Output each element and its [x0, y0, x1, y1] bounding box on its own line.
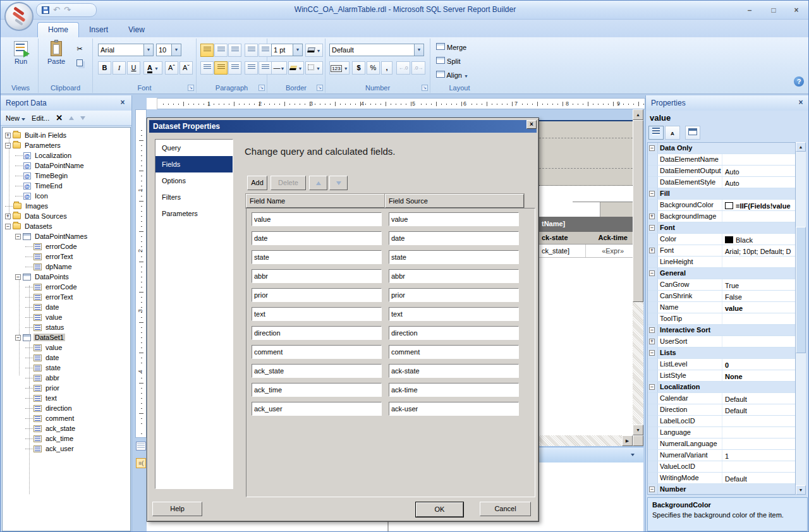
- border-line-color-button[interactable]: ▼: [288, 61, 304, 75]
- font-dialog-launcher[interactable]: ↘: [188, 85, 194, 91]
- tree-item-datapointnames[interactable]: −DataPointNames: [15, 231, 88, 241]
- chevron-down-icon[interactable]: ▼: [171, 44, 181, 56]
- property-row-labellocid[interactable]: LabelLocID: [648, 416, 795, 427]
- tab-view[interactable]: View: [118, 23, 155, 38]
- split-button[interactable]: Split: [435, 55, 484, 68]
- ok-button[interactable]: OK: [415, 502, 464, 517]
- tree-item-timeend[interactable]: @TimeEnd: [15, 181, 64, 191]
- tree-item-dpname[interactable]: dpName: [25, 262, 73, 272]
- property-category-fill[interactable]: −Fill: [648, 188, 795, 200]
- property-row-language[interactable]: Language: [648, 427, 795, 438]
- property-row-cangrow[interactable]: CanGrowTrue: [648, 279, 795, 291]
- properties-scroll-up-button[interactable]: ▲: [796, 142, 806, 152]
- dialog-tab-parameters[interactable]: Parameters: [155, 205, 233, 222]
- grow-font-button[interactable]: Aˆ: [165, 61, 178, 75]
- application-menu-button[interactable]: [4, 2, 33, 31]
- table-data-row[interactable]: ck_state] «Expr»: [539, 245, 633, 258]
- property-row-numeralvariant[interactable]: NumeralVariant1: [648, 450, 795, 461]
- tree-item-datapoints[interactable]: −DataPoints: [15, 272, 70, 282]
- tree-item-value[interactable]: value: [25, 312, 63, 322]
- delete-icon[interactable]: ✕: [56, 113, 63, 123]
- collapse-icon[interactable]: −: [649, 350, 655, 356]
- field-name-input-ack_user[interactable]: [252, 402, 382, 416]
- table-group-header[interactable]: tName]: [539, 217, 633, 232]
- property-row-calendar[interactable]: CalendarDefault: [648, 393, 795, 404]
- tree-item-comment[interactable]: comment: [25, 413, 75, 423]
- underline-button[interactable]: U: [127, 61, 140, 75]
- edit-button[interactable]: Edit...: [32, 114, 49, 122]
- property-row-backgroundcolor[interactable]: BackgroundColor=IIF(Fields!value: [648, 200, 795, 211]
- collapse-icon[interactable]: −: [15, 335, 21, 341]
- chevron-down-icon[interactable]: ▼: [293, 44, 302, 56]
- run-button[interactable]: Run: [7, 40, 35, 79]
- property-row-canshrink[interactable]: CanShrinkFalse: [648, 291, 795, 302]
- border-width-combobox[interactable]: 1 pt▼: [271, 44, 303, 56]
- border-select-button[interactable]: ▼: [305, 61, 323, 75]
- collapse-icon[interactable]: −: [5, 143, 11, 148]
- property-row-name[interactable]: Namevalue: [648, 302, 795, 313]
- expand-icon[interactable]: +: [5, 133, 11, 138]
- property-row-font[interactable]: +FontArial; 10pt; Default; D: [648, 245, 795, 257]
- currency-button[interactable]: $: [352, 61, 365, 75]
- copy-button[interactable]: [73, 57, 87, 71]
- decrease-indent-button[interactable]: [245, 44, 258, 57]
- tree-item-images[interactable]: Images: [5, 201, 49, 211]
- collapse-icon[interactable]: −: [15, 234, 21, 239]
- italic-button[interactable]: I: [113, 61, 126, 75]
- field-source-input-ack_user[interactable]: [389, 402, 519, 416]
- property-category-number[interactable]: −Number: [648, 484, 795, 495]
- tree-item-abbr[interactable]: abbr: [25, 373, 61, 383]
- number-123-button[interactable]: 123 ▼: [329, 61, 350, 75]
- property-row-dataelementoutput[interactable]: DataElementOutputAuto: [648, 166, 795, 177]
- tree-item-text[interactable]: text: [25, 393, 58, 403]
- collapse-icon[interactable]: −: [649, 225, 655, 231]
- field-name-input-date[interactable]: [252, 231, 382, 245]
- decrease-decimals-button[interactable]: .0→: [411, 61, 425, 75]
- add-button[interactable]: Add: [247, 176, 267, 190]
- dialog-tab-filters[interactable]: Filters: [155, 189, 233, 205]
- expand-icon[interactable]: +: [649, 248, 655, 253]
- minimize-button[interactable]: –: [741, 6, 758, 15]
- move-down-icon[interactable]: [80, 116, 85, 120]
- property-category-localization[interactable]: −Localization: [648, 382, 795, 393]
- bullets-button[interactable]: [245, 61, 258, 75]
- property-row-dataelementname[interactable]: DataElementName: [648, 154, 795, 166]
- collapse-icon[interactable]: −: [649, 327, 655, 333]
- tree-item-errorcode[interactable]: errorCode: [25, 282, 78, 292]
- paragraph-dialog-launcher[interactable]: ↘: [259, 85, 265, 91]
- tree-item-datasets[interactable]: −Datasets: [5, 221, 53, 231]
- tree-item-direction[interactable]: direction: [25, 403, 73, 413]
- collapse-icon[interactable]: −: [649, 145, 655, 151]
- categorized-view-button[interactable]: [648, 126, 664, 140]
- tree-item-state[interactable]: state: [25, 363, 62, 373]
- field-name-input-text[interactable]: [252, 307, 382, 321]
- property-row-direction[interactable]: DirectionDefault: [648, 404, 795, 416]
- merge-button[interactable]: Merge: [435, 41, 484, 54]
- property-row-liststyle[interactable]: ListStyleNone: [648, 370, 795, 382]
- border-dialog-launcher[interactable]: ↘: [317, 85, 323, 91]
- field-name-input-abbr[interactable]: [252, 269, 382, 283]
- dialog-tab-fields[interactable]: Fields: [155, 156, 233, 172]
- property-category-font[interactable]: −Font: [648, 222, 795, 234]
- property-row-numerallanguage[interactable]: NumeralLanguage: [648, 438, 795, 450]
- help-icon[interactable]: ?: [794, 76, 804, 87]
- close-button[interactable]: ×: [788, 6, 805, 15]
- collapse-icon[interactable]: −: [15, 274, 21, 280]
- canvas-vscroll-thumb[interactable]: [633, 120, 643, 302]
- field-name-input-value[interactable]: [252, 212, 382, 226]
- align-right-button[interactable]: [228, 61, 241, 75]
- field-name-input-comment[interactable]: [252, 345, 382, 359]
- move-field-up-button[interactable]: [309, 176, 327, 190]
- increase-decimals-button[interactable]: ←.0: [396, 61, 410, 75]
- field-name-input-direction[interactable]: [252, 326, 382, 340]
- canvas-scroll-right-button[interactable]: ▶: [622, 435, 633, 446]
- tree-item-errortext[interactable]: errorText: [25, 292, 74, 302]
- cancel-button[interactable]: Cancel: [480, 502, 531, 516]
- collapse-icon[interactable]: −: [5, 224, 11, 229]
- delete-button[interactable]: Delete: [271, 176, 306, 190]
- tree-item-status[interactable]: status: [25, 322, 65, 332]
- property-category-general[interactable]: −General: [648, 268, 795, 279]
- canvas-hscroll-track[interactable]: [539, 435, 622, 446]
- report-data-close-icon[interactable]: ×: [118, 98, 128, 108]
- field-name-input-state[interactable]: [252, 250, 382, 264]
